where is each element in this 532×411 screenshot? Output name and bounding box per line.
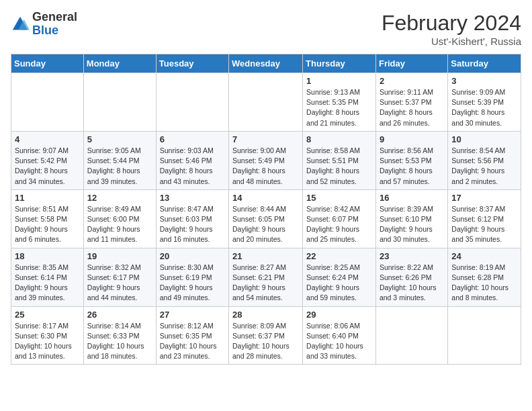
calendar-cell: 29Sunrise: 8:06 AM Sunset: 6:40 PM Dayli… xyxy=(303,306,376,365)
weekday-header-thursday: Thursday xyxy=(303,54,376,73)
week-row-3: 11Sunrise: 8:51 AM Sunset: 5:58 PM Dayli… xyxy=(11,189,521,248)
calendar-table: SundayMondayTuesdayWednesdayThursdayFrid… xyxy=(11,54,521,365)
day-number: 27 xyxy=(160,310,225,320)
day-number: 17 xyxy=(451,193,517,203)
day-number: 8 xyxy=(306,134,372,144)
calendar-cell: 10Sunrise: 8:54 AM Sunset: 5:56 PM Dayli… xyxy=(448,131,521,189)
day-number: 18 xyxy=(15,251,80,261)
day-info: Sunrise: 8:09 AM Sunset: 6:37 PM Dayligh… xyxy=(232,321,299,362)
day-info: Sunrise: 9:11 AM Sunset: 5:37 PM Dayligh… xyxy=(380,87,444,128)
calendar-cell: 4Sunrise: 9:07 AM Sunset: 5:42 PM Daylig… xyxy=(11,131,84,189)
day-info: Sunrise: 9:07 AM Sunset: 5:42 PM Dayligh… xyxy=(15,146,80,187)
day-number: 16 xyxy=(380,193,444,203)
day-info: Sunrise: 8:35 AM Sunset: 6:14 PM Dayligh… xyxy=(15,263,80,304)
day-number: 10 xyxy=(451,134,517,144)
day-info: Sunrise: 8:19 AM Sunset: 6:28 PM Dayligh… xyxy=(451,263,517,304)
calendar-cell: 11Sunrise: 8:51 AM Sunset: 5:58 PM Dayli… xyxy=(11,189,84,248)
weekday-header-wednesday: Wednesday xyxy=(229,54,303,73)
day-number: 5 xyxy=(87,134,152,144)
calendar-cell: 8Sunrise: 8:58 AM Sunset: 5:51 PM Daylig… xyxy=(303,131,376,189)
day-info: Sunrise: 9:09 AM Sunset: 5:39 PM Dayligh… xyxy=(451,87,517,128)
day-info: Sunrise: 8:42 AM Sunset: 6:07 PM Dayligh… xyxy=(306,204,372,245)
calendar-cell: 22Sunrise: 8:25 AM Sunset: 6:24 PM Dayli… xyxy=(303,248,376,306)
calendar-cell: 17Sunrise: 8:37 AM Sunset: 6:12 PM Dayli… xyxy=(448,189,521,248)
day-info: Sunrise: 8:37 AM Sunset: 6:12 PM Dayligh… xyxy=(451,204,517,245)
day-number: 15 xyxy=(306,193,372,203)
calendar-cell: 24Sunrise: 8:19 AM Sunset: 6:28 PM Dayli… xyxy=(448,248,521,306)
day-number: 9 xyxy=(380,134,444,144)
calendar-cell: 14Sunrise: 8:44 AM Sunset: 6:05 PM Dayli… xyxy=(229,189,303,248)
calendar-cell xyxy=(448,306,521,365)
calendar-cell xyxy=(375,306,447,365)
day-info: Sunrise: 9:03 AM Sunset: 5:46 PM Dayligh… xyxy=(160,146,225,187)
calendar-cell: 16Sunrise: 8:39 AM Sunset: 6:10 PM Dayli… xyxy=(375,189,447,248)
weekday-header-monday: Monday xyxy=(83,54,156,73)
day-number: 3 xyxy=(451,76,517,86)
day-number: 25 xyxy=(15,310,80,320)
day-number: 23 xyxy=(380,251,444,261)
calendar-cell: 3Sunrise: 9:09 AM Sunset: 5:39 PM Daylig… xyxy=(448,73,521,132)
day-info: Sunrise: 8:32 AM Sunset: 6:17 PM Dayligh… xyxy=(87,263,152,304)
weekday-header-tuesday: Tuesday xyxy=(156,54,228,73)
calendar-cell xyxy=(156,73,228,132)
day-info: Sunrise: 8:39 AM Sunset: 6:10 PM Dayligh… xyxy=(380,204,444,245)
week-row-2: 4Sunrise: 9:07 AM Sunset: 5:42 PM Daylig… xyxy=(11,131,521,189)
day-number: 12 xyxy=(87,193,152,203)
calendar-cell: 15Sunrise: 8:42 AM Sunset: 6:07 PM Dayli… xyxy=(303,189,376,248)
day-number: 20 xyxy=(160,251,225,261)
day-info: Sunrise: 8:06 AM Sunset: 6:40 PM Dayligh… xyxy=(306,321,372,362)
day-info: Sunrise: 9:13 AM Sunset: 5:35 PM Dayligh… xyxy=(306,87,372,128)
day-info: Sunrise: 8:54 AM Sunset: 5:56 PM Dayligh… xyxy=(451,146,517,187)
day-info: Sunrise: 9:05 AM Sunset: 5:44 PM Dayligh… xyxy=(87,146,152,187)
calendar-cell: 7Sunrise: 9:00 AM Sunset: 5:49 PM Daylig… xyxy=(229,131,303,189)
day-info: Sunrise: 8:56 AM Sunset: 5:53 PM Dayligh… xyxy=(380,146,444,187)
calendar-cell: 18Sunrise: 8:35 AM Sunset: 6:14 PM Dayli… xyxy=(11,248,84,306)
calendar-cell: 12Sunrise: 8:49 AM Sunset: 6:00 PM Dayli… xyxy=(83,189,156,248)
day-number: 13 xyxy=(160,193,225,203)
week-row-4: 18Sunrise: 8:35 AM Sunset: 6:14 PM Dayli… xyxy=(11,248,521,306)
day-info: Sunrise: 8:25 AM Sunset: 6:24 PM Dayligh… xyxy=(306,263,372,304)
calendar-cell: 2Sunrise: 9:11 AM Sunset: 5:37 PM Daylig… xyxy=(375,73,447,132)
day-info: Sunrise: 8:47 AM Sunset: 6:03 PM Dayligh… xyxy=(160,204,225,245)
day-number: 19 xyxy=(87,251,152,261)
day-number: 29 xyxy=(306,310,372,320)
title-block: February 2024 Ust'-Kishert', Russia xyxy=(382,11,521,47)
day-info: Sunrise: 8:22 AM Sunset: 6:26 PM Dayligh… xyxy=(380,263,444,304)
calendar-cell: 20Sunrise: 8:30 AM Sunset: 6:19 PM Dayli… xyxy=(156,248,228,306)
calendar-cell: 5Sunrise: 9:05 AM Sunset: 5:44 PM Daylig… xyxy=(83,131,156,189)
calendar-cell: 21Sunrise: 8:27 AM Sunset: 6:21 PM Dayli… xyxy=(229,248,303,306)
calendar-cell: 28Sunrise: 8:09 AM Sunset: 6:37 PM Dayli… xyxy=(229,306,303,365)
day-info: Sunrise: 9:00 AM Sunset: 5:49 PM Dayligh… xyxy=(232,146,299,187)
location-subtitle: Ust'-Kishert', Russia xyxy=(382,36,521,47)
calendar-cell: 1Sunrise: 9:13 AM Sunset: 5:35 PM Daylig… xyxy=(303,73,376,132)
day-number: 4 xyxy=(15,134,80,144)
weekday-header-row: SundayMondayTuesdayWednesdayThursdayFrid… xyxy=(11,54,521,73)
calendar-cell: 9Sunrise: 8:56 AM Sunset: 5:53 PM Daylig… xyxy=(375,131,447,189)
calendar-cell: 19Sunrise: 8:32 AM Sunset: 6:17 PM Dayli… xyxy=(83,248,156,306)
day-number: 21 xyxy=(232,251,299,261)
day-info: Sunrise: 8:49 AM Sunset: 6:00 PM Dayligh… xyxy=(87,204,152,245)
day-number: 6 xyxy=(160,134,225,144)
day-info: Sunrise: 8:14 AM Sunset: 6:33 PM Dayligh… xyxy=(87,321,152,362)
day-number: 26 xyxy=(87,310,152,320)
day-info: Sunrise: 8:30 AM Sunset: 6:19 PM Dayligh… xyxy=(160,263,225,304)
day-info: Sunrise: 8:58 AM Sunset: 5:51 PM Dayligh… xyxy=(306,146,372,187)
logo-blue: Blue xyxy=(32,24,58,37)
logo-general: General xyxy=(32,10,77,24)
day-info: Sunrise: 8:44 AM Sunset: 6:05 PM Dayligh… xyxy=(232,204,299,245)
month-title: February 2024 xyxy=(382,11,521,36)
weekday-header-friday: Friday xyxy=(375,54,447,73)
day-number: 1 xyxy=(306,76,372,86)
day-number: 2 xyxy=(380,76,444,86)
page-header: General Blue February 2024 Ust'-Kishert'… xyxy=(11,11,521,47)
calendar-cell: 23Sunrise: 8:22 AM Sunset: 6:26 PM Dayli… xyxy=(375,248,447,306)
logo-icon xyxy=(11,15,30,34)
calendar-cell xyxy=(229,73,303,132)
calendar-cell: 13Sunrise: 8:47 AM Sunset: 6:03 PM Dayli… xyxy=(156,189,228,248)
week-row-5: 25Sunrise: 8:17 AM Sunset: 6:30 PM Dayli… xyxy=(11,306,521,365)
day-number: 24 xyxy=(451,251,517,261)
calendar-cell: 26Sunrise: 8:14 AM Sunset: 6:33 PM Dayli… xyxy=(83,306,156,365)
calendar-cell xyxy=(83,73,156,132)
day-info: Sunrise: 8:51 AM Sunset: 5:58 PM Dayligh… xyxy=(15,204,80,245)
day-info: Sunrise: 8:27 AM Sunset: 6:21 PM Dayligh… xyxy=(232,263,299,304)
